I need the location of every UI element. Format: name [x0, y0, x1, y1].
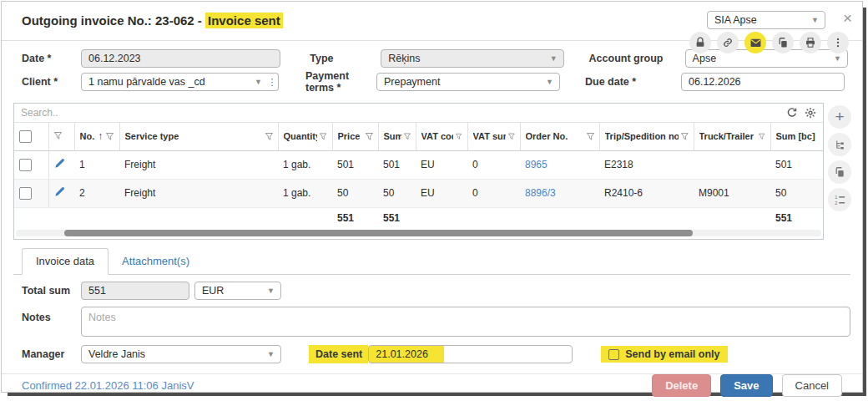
horizontal-scrollbar [16, 230, 821, 236]
table-header-row: No.↑ Service type Quantity Price Sum VAT… [14, 123, 823, 150]
sort-ascending-icon[interactable]: ↑ [98, 130, 103, 142]
notes-textarea[interactable] [81, 307, 850, 337]
footer-bar: Confirmed 22.01.2026 11:06 JanisV Delete… [2, 373, 862, 397]
copy-icon [777, 37, 789, 48]
client-label: Client * [22, 76, 81, 88]
date-sent-input[interactable] [368, 345, 573, 363]
numbered-list-button[interactable]: 12 [828, 188, 851, 211]
filter-icon[interactable] [366, 133, 373, 140]
kebab-menu-icon [832, 37, 844, 48]
save-button[interactable]: Save [720, 374, 772, 397]
col-sum: Sum [378, 123, 416, 150]
tree-view-button[interactable] [828, 133, 851, 156]
filter-icon[interactable] [54, 132, 62, 140]
filter-icon[interactable] [759, 133, 765, 140]
totals-price: 551 [332, 207, 378, 228]
table-row: 2 Freight 1 gab. 50 50 EU 0 8896/3 R2410… [14, 179, 823, 207]
page-title: Outgoing invoice No.: 23-062 - Invoice s… [22, 13, 283, 28]
manager-select[interactable]: Veldre Janis▼ [81, 345, 281, 363]
col-select [14, 123, 48, 150]
more-button[interactable] [827, 32, 849, 53]
email-icon [749, 37, 762, 49]
total-sum-input[interactable] [81, 282, 189, 300]
filter-icon[interactable] [587, 133, 594, 140]
settings-gear-icon[interactable] [805, 107, 816, 119]
payment-terms-select[interactable]: Prepayment▼ [376, 73, 560, 91]
toolbar [689, 32, 849, 53]
invoice-data-panel: Total sum EUR▼ Notes Manager Veldre Jani… [2, 275, 862, 363]
filter-icon[interactable] [404, 133, 411, 140]
filter-icon[interactable] [320, 133, 326, 140]
cancel-button[interactable]: Cancel [782, 374, 842, 397]
col-sum-bc: Sum [bc] [770, 123, 823, 150]
chevron-down-icon: ▼ [267, 350, 275, 358]
edit-row-button[interactable] [54, 158, 65, 171]
col-edit [48, 123, 74, 150]
chevron-down-icon: ▼ [811, 16, 819, 24]
type-select[interactable]: Rēķins▼ [381, 49, 563, 68]
filter-icon[interactable] [508, 133, 515, 140]
due-date-input[interactable] [681, 73, 845, 91]
filter-icon[interactable] [456, 133, 462, 140]
tree-view-icon [834, 139, 846, 151]
filter-icon[interactable] [681, 133, 689, 140]
payment-terms-label: Payment terms * [305, 70, 376, 94]
col-quantity: Quantity [278, 123, 332, 150]
lock-icon [694, 37, 706, 48]
col-no: No.↑ [74, 123, 119, 150]
col-service-type: Service type [119, 123, 278, 150]
scrollbar-thumb[interactable] [64, 230, 693, 236]
link-icon [722, 37, 734, 48]
delete-button[interactable]: Delete [652, 374, 711, 397]
close-icon[interactable]: × [843, 10, 852, 26]
edit-row-button[interactable] [54, 186, 65, 200]
detail-tabs: Invoice data Attachment(s) [13, 248, 850, 275]
chevron-down-icon: ▼ [255, 78, 262, 86]
date-input[interactable] [81, 49, 280, 68]
table-row: 1 Freight 1 gab. 501 501 EU 0 8965 E2318… [14, 150, 823, 179]
row-checkbox[interactable] [19, 159, 32, 171]
duplicate-button[interactable] [828, 160, 851, 184]
pencil-icon [54, 158, 65, 169]
row-checkbox[interactable] [19, 187, 32, 200]
status-badge: Invoice sent [205, 13, 283, 28]
order-link[interactable]: 8965 [525, 159, 548, 170]
copy-icon [834, 166, 845, 178]
client-select[interactable]: 1 namu pārvalde vas _cd▼ [81, 73, 269, 91]
numbered-list-icon: 12 [834, 194, 846, 206]
confirmed-link[interactable]: Confirmed 22.01.2026 11:06 JanisV [22, 379, 194, 392]
date-label: Date * [22, 53, 81, 64]
copy-button[interactable] [772, 32, 794, 53]
send-by-email-checkbox[interactable] [608, 349, 619, 360]
totals-sum-bc: 551 [770, 207, 823, 228]
line-items-panel: No.↑ Service type Quantity Price Sum VAT… [13, 103, 824, 240]
currency-select[interactable]: EUR▼ [194, 282, 281, 300]
notes-label: Notes [22, 307, 81, 323]
totals-row: 551 551 551 [14, 207, 823, 228]
refresh-icon[interactable] [786, 107, 798, 119]
filter-icon[interactable] [106, 133, 114, 140]
order-link[interactable]: 8896/3 [525, 187, 556, 199]
title-bar: Outgoing invoice No.: 23-062 - Invoice s… [2, 2, 862, 41]
company-select[interactable]: SIA Apse ▼ [707, 11, 825, 29]
client-more-button[interactable]: ⋮ [266, 73, 279, 91]
link-button[interactable] [717, 32, 739, 53]
chevron-down-icon: ▼ [550, 54, 558, 63]
line-items-area: No.↑ Service type Quantity Price Sum VAT… [13, 103, 855, 240]
totals-sum: 551 [378, 207, 416, 228]
select-all-checkbox[interactable] [19, 130, 32, 143]
search-input[interactable] [14, 107, 786, 119]
chevron-down-icon: ▼ [546, 78, 553, 86]
col-vat-sum: VAT sum [467, 123, 520, 150]
chevron-down-icon: ▼ [267, 287, 275, 295]
filter-icon[interactable] [265, 133, 273, 140]
add-row-button[interactable]: + [828, 105, 851, 129]
tab-attachments[interactable]: Attachment(s) [108, 249, 203, 274]
lock-button[interactable] [689, 32, 711, 53]
total-sum-label: Total sum [22, 285, 81, 297]
print-button[interactable] [800, 32, 821, 53]
tab-invoice-data[interactable]: Invoice data [22, 248, 108, 275]
print-icon [805, 37, 816, 48]
svg-text:2: 2 [835, 200, 837, 206]
email-button[interactable] [744, 32, 766, 53]
